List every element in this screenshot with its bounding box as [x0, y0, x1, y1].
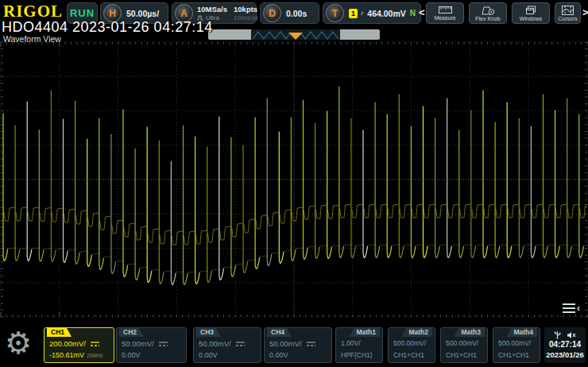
math1-scale: 1.00V/ [341, 339, 361, 347]
cursors-label: Cursors [558, 16, 578, 21]
view-label: Waveform View [3, 34, 61, 44]
ch4-scale: 50.00mV/ [269, 339, 302, 348]
math1-expression: HPF(CH1) [341, 351, 373, 359]
dc-coupling-icon [306, 341, 316, 347]
dc-coupling-icon [235, 341, 246, 347]
math4-scale: 500.00mV/ [498, 339, 531, 347]
delay-knob[interactable]: D [263, 4, 281, 22]
ch3-offset: 0.00V [199, 351, 218, 359]
ch1-tab[interactable]: CH1 [47, 328, 72, 337]
ch2-tab[interactable]: CH2 [119, 328, 144, 337]
delay-settings[interactable]: D 0.00s [260, 2, 319, 24]
delay-value: 0.00s [286, 9, 307, 18]
trigger-status: N [410, 9, 416, 17]
ch4-tab[interactable]: CH4 [267, 328, 292, 337]
system-time: 04:27:14 [549, 339, 581, 350]
trigger-settings[interactable]: T 1 464.00mV N [323, 2, 421, 24]
waveform-display-area[interactable]: ‹ [0, 41, 588, 319]
run-status-label: RUN [68, 7, 97, 19]
channel-box-ch2[interactable]: CH2 50.00mV/ 0.00V [116, 327, 187, 363]
toolbar-scroll-left[interactable]: < [419, 6, 425, 18]
usb-icon [554, 330, 561, 339]
dc-coupling-icon [158, 341, 168, 347]
ch4-offset: 0.00V [269, 351, 288, 359]
channel-status-bar: ⚙ CH1 200.00mV/ -150.61mV 20MHz CH2 50.0… [0, 322, 588, 367]
channel-box-ch3[interactable]: CH3 50.00mV/ 0.00V [193, 327, 261, 363]
math3-scale: 500.00mV/ [446, 339, 478, 347]
math3-box[interactable]: Math3 500.00mV/ CH1+CH1 [440, 327, 488, 363]
clock-panel[interactable]: 04:27:14 2023/01/26 [544, 327, 586, 363]
channel-box-ch1[interactable]: CH1 200.00mV/ -150.61mV 20MHz [44, 327, 114, 363]
math4-box[interactable]: Math4 500.00mV/ CH1+CH1 [493, 327, 540, 363]
flex-knob-button[interactable]: Flex Knob [469, 2, 507, 24]
oscilloscope-screen: RIGOL RUN H 50.00µs/ A 10MSa/s Ultra 10k… [0, 0, 588, 367]
screenshot-caption: HDO4404 2023-01-26 04:27:14 [2, 19, 213, 36]
math2-box[interactable]: Math2 500.00mV/ CH1+CH1 [388, 327, 435, 363]
trigger-knob[interactable]: T [326, 4, 344, 22]
ch1-offset: -150.61mV [49, 351, 84, 359]
navigation-gear-icon[interactable]: ⚙ [5, 325, 32, 361]
math3-expression: CH1+CH1 [446, 351, 477, 359]
ch2-offset: 0.00V [122, 351, 141, 359]
speaker-muted-icon [567, 331, 576, 339]
waveform-position-bar[interactable] [208, 29, 380, 40]
trigger-source-badge: 1 [349, 9, 358, 18]
ch2-scale: 50.00mV/ [122, 339, 154, 348]
rising-edge-icon [361, 9, 364, 18]
math1-tab[interactable]: Math1 [349, 328, 380, 337]
ruler-icon [439, 6, 452, 14]
waveform-canvas [0, 41, 588, 319]
ch1-scale: 200.00mV/ [49, 339, 86, 348]
math1-box[interactable]: Math1 1.00V/ HPF(CH1) [335, 327, 383, 363]
flex-knob-icon [481, 6, 495, 15]
measure-button[interactable]: Measure [426, 2, 464, 24]
timebase-value: 50.00µs/ [126, 9, 159, 18]
trigger-level: 464.00mV [367, 9, 405, 18]
ch3-tab[interactable]: CH3 [196, 328, 221, 337]
math4-tab[interactable]: Math4 [506, 328, 537, 337]
dc-coupling-icon [90, 341, 100, 347]
windows-icon [525, 6, 536, 15]
memory-depth: 10kpts [234, 5, 258, 14]
ch1-bandwidth: 20MHz [87, 353, 103, 358]
math3-tab[interactable]: Math3 [454, 328, 485, 337]
math4-expression: CH1+CH1 [498, 351, 529, 359]
channel-box-ch4[interactable]: CH4 50.00mV/ 0.00V [264, 327, 332, 363]
math2-expression: CH1+CH1 [393, 351, 424, 359]
measure-label: Measure [434, 15, 455, 21]
menu-collapse-icon[interactable]: ‹ [563, 303, 580, 313]
flex-knob-label: Flex Knob [475, 16, 501, 21]
system-date: 2023/01/26 [546, 350, 584, 360]
windows-label: Windows [520, 16, 542, 21]
windows-button[interactable]: Windows [512, 2, 550, 24]
sample-resolution: 100ns/pt [234, 14, 258, 22]
cursors-icon [562, 6, 574, 15]
math2-tab[interactable]: Math2 [401, 328, 432, 337]
memory-window-indicator[interactable] [251, 29, 340, 40]
trigger-position-marker [288, 33, 303, 40]
ch3-scale: 50.00mV/ [199, 339, 231, 348]
cursors-button[interactable]: Cursors [555, 2, 581, 24]
math2-scale: 500.00mV/ [393, 339, 426, 347]
toolbar-scroll-right[interactable]: > [582, 6, 588, 18]
sample-rate: 10MSa/s [197, 5, 227, 14]
